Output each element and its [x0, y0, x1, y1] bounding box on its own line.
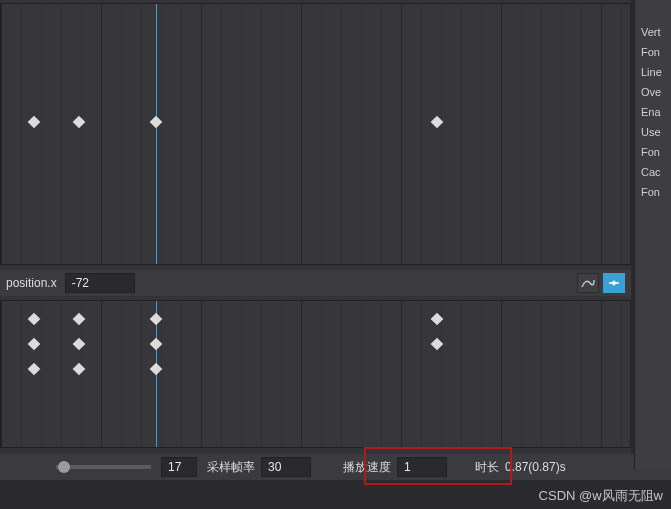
- zoom-slider[interactable]: [56, 465, 151, 469]
- duration-value: 0.87(0.87)s: [505, 460, 566, 474]
- grid-major: [1, 4, 630, 264]
- sample-rate-input[interactable]: [261, 457, 311, 477]
- inspector-row[interactable]: Ove: [635, 82, 671, 102]
- inspector-row[interactable]: Line: [635, 62, 671, 82]
- zoom-value-input[interactable]: [161, 457, 197, 477]
- property-value-input[interactable]: [65, 273, 135, 293]
- play-speed-input[interactable]: [397, 457, 447, 477]
- inspector-row[interactable]: Vert: [635, 22, 671, 42]
- inspector-panel: VertFonLineOveEnaUseFonCacFon: [634, 0, 671, 470]
- play-speed-label: 播放速度: [343, 459, 391, 476]
- inspector-row[interactable]: Cac: [635, 162, 671, 182]
- playhead[interactable]: [156, 4, 157, 264]
- inspector-row[interactable]: Ena: [635, 102, 671, 122]
- keyframe-mode-icon[interactable]: [603, 273, 625, 293]
- svg-rect-0: [611, 280, 617, 286]
- inspector-row[interactable]: Fon: [635, 42, 671, 62]
- inspector-row[interactable]: Fon: [635, 182, 671, 202]
- curve-editor-upper[interactable]: [0, 3, 631, 265]
- duration-label: 时长: [475, 459, 499, 476]
- inspector-row[interactable]: Fon: [635, 142, 671, 162]
- dopesheet-lower[interactable]: [0, 300, 631, 448]
- grid-major: [1, 301, 630, 447]
- sample-rate-label: 采样帧率: [207, 459, 255, 476]
- curve-mode-icon[interactable]: [577, 273, 599, 293]
- inspector-row[interactable]: Use: [635, 122, 671, 142]
- bottom-toolbar: 采样帧率 播放速度 时长 0.87(0.87)s: [0, 454, 671, 480]
- property-bar: position.x: [0, 270, 631, 296]
- watermark: CSDN @w风雨无阻w: [539, 487, 663, 505]
- zoom-slider-thumb[interactable]: [58, 461, 70, 473]
- property-label: position.x: [6, 276, 57, 290]
- timeline-area: position.x: [0, 0, 631, 470]
